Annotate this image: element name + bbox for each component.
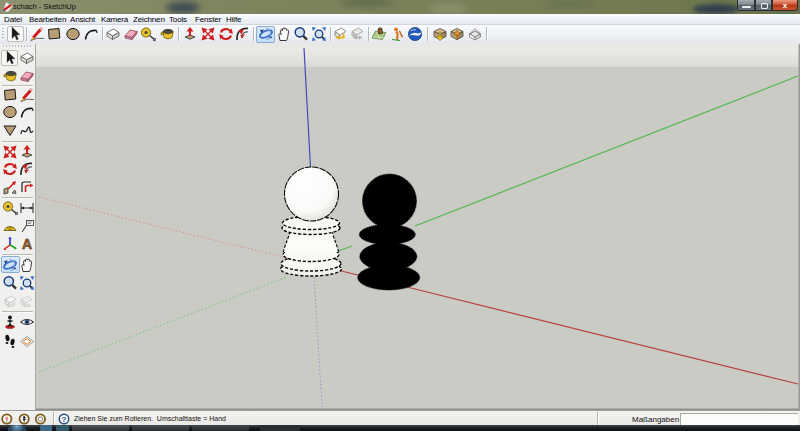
svg-text:?: ? — [62, 415, 67, 424]
